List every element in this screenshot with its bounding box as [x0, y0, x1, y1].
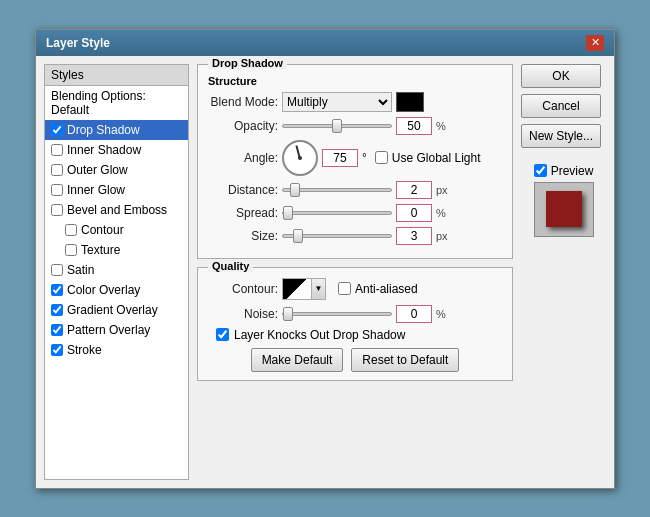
preview-label-row: Preview: [534, 164, 594, 178]
contour-label: Contour: [81, 223, 124, 237]
preview-swatch: [546, 191, 582, 227]
distance-unit: px: [436, 184, 456, 196]
distance-input[interactable]: 2: [396, 181, 432, 199]
sidebar-item-satin[interactable]: Satin: [45, 260, 188, 280]
quality-section: Quality Contour: ▼ Anti-aliased Noise:: [197, 267, 513, 381]
drop-shadow-checkbox[interactable]: [51, 124, 63, 136]
size-input[interactable]: 3: [396, 227, 432, 245]
spread-row: Spread: 0 %: [208, 204, 502, 222]
right-panel: OK Cancel New Style... Preview: [521, 64, 606, 480]
sidebar-item-outer-glow[interactable]: Outer Glow: [45, 160, 188, 180]
quality-section-title: Quality: [208, 260, 253, 272]
spread-unit: %: [436, 207, 456, 219]
opacity-label: Opacity:: [208, 119, 278, 133]
contour-checkbox[interactable]: [65, 224, 77, 236]
inner-shadow-label: Inner Shadow: [67, 143, 141, 157]
shadow-color-swatch[interactable]: [396, 92, 424, 112]
sidebar-item-inner-glow[interactable]: Inner Glow: [45, 180, 188, 200]
drop-shadow-label: Drop Shadow: [67, 123, 140, 137]
cancel-button[interactable]: Cancel: [521, 94, 601, 118]
contour-dropdown-button[interactable]: ▼: [312, 278, 326, 300]
make-default-button[interactable]: Make Default: [251, 348, 344, 372]
inner-glow-label: Inner Glow: [67, 183, 125, 197]
styles-panel-header: Styles: [45, 65, 188, 86]
size-unit: px: [436, 230, 456, 242]
blend-mode-row: Blend Mode: Multiply: [208, 92, 502, 112]
stroke-label: Stroke: [67, 343, 102, 357]
preview-container: [534, 182, 594, 237]
distance-label: Distance:: [208, 183, 278, 197]
title-bar: Layer Style ✕: [36, 30, 614, 56]
layer-knocks-checkbox[interactable]: [216, 328, 229, 341]
layer-style-dialog: Layer Style ✕ Styles Blending Options: D…: [35, 29, 615, 489]
new-style-button[interactable]: New Style...: [521, 124, 601, 148]
spread-slider[interactable]: [282, 211, 392, 215]
angle-dial[interactable]: [282, 140, 318, 176]
drop-shadow-section-title: Drop Shadow: [208, 57, 287, 69]
noise-unit: %: [436, 308, 456, 320]
satin-checkbox[interactable]: [51, 264, 63, 276]
gradient-overlay-checkbox[interactable]: [51, 304, 63, 316]
sidebar-item-texture[interactable]: Texture: [45, 240, 188, 260]
global-light-text: Use Global Light: [392, 151, 481, 165]
size-row: Size: 3 px: [208, 227, 502, 245]
preview-label: Preview: [551, 164, 594, 178]
bevel-emboss-label: Bevel and Emboss: [67, 203, 167, 217]
sidebar-item-stroke[interactable]: Stroke: [45, 340, 188, 360]
spread-label: Spread:: [208, 206, 278, 220]
preview-section: Preview: [521, 164, 606, 237]
sidebar-item-pattern-overlay[interactable]: Pattern Overlay: [45, 320, 188, 340]
layer-knocks-text: Layer Knocks Out Drop Shadow: [234, 328, 405, 342]
dialog-body: Styles Blending Options: Default Drop Sh…: [36, 56, 614, 488]
blend-mode-select[interactable]: Multiply: [282, 92, 392, 112]
global-light-checkbox[interactable]: [375, 151, 388, 164]
color-overlay-label: Color Overlay: [67, 283, 140, 297]
pattern-overlay-label: Pattern Overlay: [67, 323, 150, 337]
opacity-input[interactable]: 50: [396, 117, 432, 135]
blending-options-label: Blending Options: Default: [51, 89, 182, 117]
noise-input[interactable]: 0: [396, 305, 432, 323]
texture-checkbox[interactable]: [65, 244, 77, 256]
close-button[interactable]: ✕: [586, 35, 604, 51]
stroke-checkbox[interactable]: [51, 344, 63, 356]
gradient-overlay-label: Gradient Overlay: [67, 303, 158, 317]
noise-slider[interactable]: [282, 312, 392, 316]
contour-preview[interactable]: [282, 278, 312, 300]
sidebar-item-bevel-emboss[interactable]: Bevel and Emboss: [45, 200, 188, 220]
noise-row: Noise: 0 %: [208, 305, 502, 323]
action-buttons: Make Default Reset to Default: [208, 348, 502, 372]
reset-default-button[interactable]: Reset to Default: [351, 348, 459, 372]
contour-row: Contour: ▼ Anti-aliased: [208, 278, 502, 300]
texture-label: Texture: [81, 243, 120, 257]
ok-button[interactable]: OK: [521, 64, 601, 88]
inner-glow-checkbox[interactable]: [51, 184, 63, 196]
distance-slider[interactable]: [282, 188, 392, 192]
size-slider[interactable]: [282, 234, 392, 238]
spread-input[interactable]: 0: [396, 204, 432, 222]
distance-row: Distance: 2 px: [208, 181, 502, 199]
angle-input[interactable]: 75: [322, 149, 358, 167]
sidebar-item-blending[interactable]: Blending Options: Default: [45, 86, 188, 120]
angle-row: Angle: 75 ° Use Global Light: [208, 140, 502, 176]
satin-label: Satin: [67, 263, 94, 277]
dial-hand: [295, 145, 301, 159]
sidebar-item-drop-shadow[interactable]: Drop Shadow: [45, 120, 188, 140]
blend-mode-label: Blend Mode:: [208, 95, 278, 109]
sidebar-item-gradient-overlay[interactable]: Gradient Overlay: [45, 300, 188, 320]
outer-glow-checkbox[interactable]: [51, 164, 63, 176]
pattern-overlay-checkbox[interactable]: [51, 324, 63, 336]
angle-unit: °: [362, 151, 367, 165]
opacity-slider[interactable]: [282, 124, 392, 128]
sidebar-item-inner-shadow[interactable]: Inner Shadow: [45, 140, 188, 160]
preview-checkbox[interactable]: [534, 164, 547, 177]
bevel-emboss-checkbox[interactable]: [51, 204, 63, 216]
color-overlay-checkbox[interactable]: [51, 284, 63, 296]
sidebar-item-contour[interactable]: Contour: [45, 220, 188, 240]
inner-shadow-checkbox[interactable]: [51, 144, 63, 156]
global-light-label: Use Global Light: [375, 151, 481, 165]
sidebar-item-color-overlay[interactable]: Color Overlay: [45, 280, 188, 300]
angle-label: Angle:: [208, 151, 278, 165]
anti-aliased-checkbox[interactable]: [338, 282, 351, 295]
contour-label: Contour:: [208, 282, 278, 296]
noise-label: Noise:: [208, 307, 278, 321]
